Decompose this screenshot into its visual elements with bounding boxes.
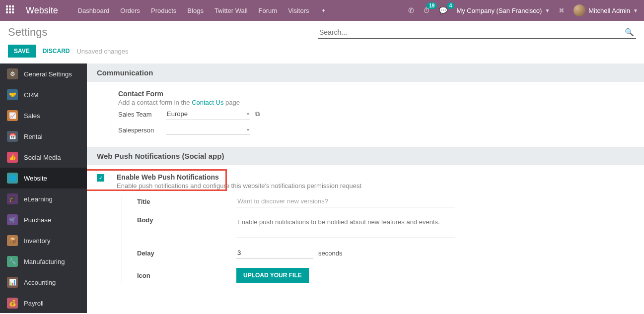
messages-icon[interactable]: 💬 4 [439,6,447,14]
sidebar-item-label: General Settings [24,70,72,78]
activity-icon[interactable]: ⏱ 19 [423,6,430,14]
nav-products[interactable]: Products [151,7,176,14]
unsaved-indicator: Unsaved changes [76,48,128,55]
user-menu[interactable]: Mitchell Admin ▼ [573,4,638,16]
action-bar: SAVE DISCARD Unsaved changes [0,39,644,63]
contact-form-desc: Add a contact form in the Contact Us pag… [118,99,629,106]
sidebar-item-social-media[interactable]: 👍Social Media [0,147,87,168]
section-communication-body: Contact Form Add a contact form in the C… [87,82,644,147]
delay-input[interactable] [236,247,313,259]
sidebar-item-label: Manufacturing [24,258,65,265]
sidebar-icon: 📅 [7,131,18,142]
sidebar-icon: 👍 [7,152,18,163]
sidebar-item-label: Purchase [24,216,51,224]
enable-webpush-title: Enable Web Push Notifications [117,173,455,181]
company-selector[interactable]: My Company (San Francisco) ▼ [456,7,550,14]
settings-content[interactable]: Communication Contact Form Add a contact… [87,63,644,313]
page-title: Settings [8,26,48,39]
upload-file-button[interactable]: UPLOAD YOUR FILE [236,268,309,283]
enable-webpush-checkbox[interactable]: ✓ [97,174,104,182]
sidebar-item-label: Website [24,175,47,182]
search-input[interactable] [318,26,623,38]
section-webpush-body: ✓ Enable Web Push Notifications Enable p… [87,165,644,309]
salesperson-dropdown[interactable]: ▾ [166,125,250,135]
sidebar-item-payroll[interactable]: 💰Payroll [0,293,87,313]
chevron-down-icon: ▼ [545,8,550,13]
salesperson-label: Salesperson [118,126,166,134]
search-bar: 🔍 [318,26,636,39]
subheader: Settings 🔍 [0,21,644,39]
sidebar-item-rental[interactable]: 📅Rental [0,126,87,147]
delay-unit: seconds [318,250,342,257]
sidebar-item-crm[interactable]: 🤝CRM [0,84,87,105]
topbar: Website Dashboard Orders Products Blogs … [0,0,644,21]
debug-icon[interactable]: ✖ [559,6,565,14]
external-link-icon[interactable]: ⧉ [255,110,260,118]
chevron-down-icon: ▾ [247,111,249,117]
sidebar-icon: 📊 [7,277,18,288]
section-webpush-header: Web Push Notifications (Social app) [87,147,644,165]
sidebar-icon: 🔧 [7,256,18,267]
sidebar-item-label: CRM [24,91,39,99]
activity-badge: 19 [427,2,437,9]
chevron-down-icon: ▾ [247,127,249,132]
nav-orders[interactable]: Orders [120,7,140,14]
nav-blogs[interactable]: Blogs [187,7,204,14]
add-menu-icon[interactable]: ＋ [320,6,327,15]
sidebar-item-website[interactable]: 🌐Website [0,168,87,188]
sidebar-item-purchase[interactable]: 🛒Purchase [0,209,87,230]
messages-badge: 4 [447,2,455,9]
sidebar-item-label: Sales [24,112,40,120]
nav-twitter-wall[interactable]: Twitter Wall [215,7,248,14]
sidebar-item-label: Social Media [24,154,61,161]
nav-dashboard[interactable]: Dashboard [78,7,110,14]
settings-sidebar: ⚙General Settings🤝CRM📈Sales📅Rental👍Socia… [0,63,87,313]
contact-form-title: Contact Form [118,90,629,98]
sidebar-item-elearning[interactable]: 🎓eLearning [0,188,87,209]
company-name: My Company (San Francisco) [456,7,542,14]
sidebar-item-label: Accounting [24,279,56,286]
sidebar-item-manufacturing[interactable]: 🔧Manufacturing [0,251,87,272]
icon-label: Icon [137,272,236,279]
sidebar-item-label: Inventory [24,237,50,245]
sidebar-item-inventory[interactable]: 📦Inventory [0,230,87,251]
sidebar-icon: 📈 [7,110,18,121]
title-label: Title [137,198,236,205]
sales-team-dropdown[interactable]: Europe ▾ [166,108,250,120]
body-label: Body [137,216,236,224]
enable-webpush-desc: Enable push notifications and configure … [117,182,455,189]
sidebar-icon: 🌐 [7,173,18,184]
topbar-right: ✆ ⏱ 19 💬 4 My Company (San Francisco) ▼ … [408,4,638,16]
top-nav: Dashboard Orders Products Blogs Twitter … [78,6,409,15]
sidebar-icon: 🎓 [7,193,18,204]
search-icon[interactable]: 🔍 [623,28,636,37]
sidebar-item-sales[interactable]: 📈Sales [0,105,87,126]
sidebar-item-accounting[interactable]: 📊Accounting [0,272,87,293]
body-input[interactable] [236,216,455,238]
user-name: Mitchell Admin [588,7,630,14]
brand: Website [26,5,58,16]
nav-forum[interactable]: Forum [259,7,278,14]
nav-visitors[interactable]: Visitors [288,7,309,14]
sidebar-icon: 📦 [7,235,18,246]
chevron-down-icon: ▼ [633,8,638,13]
sidebar-icon: 🛒 [7,214,18,225]
avatar [573,4,585,16]
sidebar-icon: 🤝 [7,89,18,100]
contact-us-link[interactable]: Contact Us [192,99,223,106]
sidebar-icon: 💰 [7,298,18,309]
sidebar-item-label: Payroll [24,300,44,307]
title-input[interactable] [236,195,455,207]
sidebar-item-general-settings[interactable]: ⚙General Settings [0,63,87,84]
main: ⚙General Settings🤝CRM📈Sales📅Rental👍Socia… [0,63,644,313]
sidebar-item-label: eLearning [24,195,53,203]
discard-button[interactable]: DISCARD [43,48,70,55]
sidebar-item-label: Rental [24,133,43,140]
sidebar-icon: ⚙ [7,68,18,79]
apps-icon[interactable] [6,5,16,15]
sales-team-label: Sales Team [118,111,166,118]
phone-icon[interactable]: ✆ [408,6,414,14]
section-communication-header: Communication [87,63,644,82]
delay-label: Delay [137,250,236,257]
save-button[interactable]: SAVE [8,45,36,58]
